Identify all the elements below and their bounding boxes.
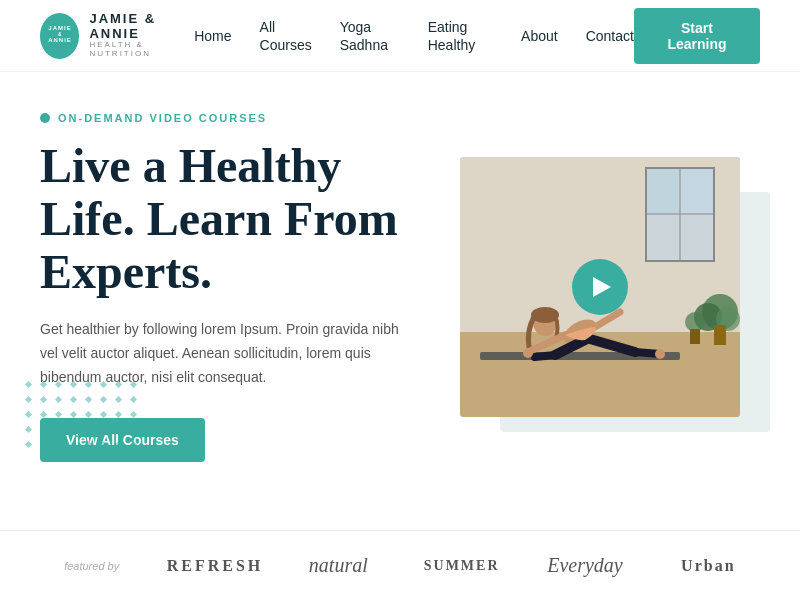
play-triangle-icon bbox=[593, 277, 611, 297]
svg-rect-20 bbox=[690, 329, 700, 344]
svg-rect-18 bbox=[714, 325, 726, 345]
svg-rect-14 bbox=[681, 169, 713, 213]
hero-section: ON-DEMAND VIDEO COURSES Live a Healthy L… bbox=[0, 72, 800, 482]
svg-point-32 bbox=[655, 349, 665, 359]
brand-item-1: REFRESH bbox=[153, 557, 276, 575]
hero-badge: ON-DEMAND VIDEO COURSES bbox=[40, 112, 420, 124]
brand-item-4: Everyday bbox=[523, 554, 646, 577]
nav-item-yoga-sadhna[interactable]: Yoga Sadhna bbox=[340, 18, 400, 54]
brand-label-4: Everyday bbox=[547, 554, 623, 577]
brand-label-5: Urban bbox=[681, 557, 735, 575]
nav-item-eating-healthy[interactable]: Eating Healthy bbox=[428, 18, 493, 54]
brand-label-1: REFRESH bbox=[167, 557, 264, 575]
badge-label: ON-DEMAND VIDEO COURSES bbox=[58, 112, 267, 124]
brand-item-3: SUMMER bbox=[400, 558, 523, 574]
brand-label-0: featured by bbox=[64, 560, 119, 572]
brand-logos-bar: featured by REFRESH natural SUMMER Every… bbox=[0, 530, 800, 600]
hero-title: Live a Healthy Life. Learn From Experts. bbox=[40, 140, 420, 298]
hero-description: Get healthier by following lorem Ipsum. … bbox=[40, 318, 400, 389]
hero-content: ON-DEMAND VIDEO COURSES Live a Healthy L… bbox=[40, 112, 420, 462]
nav-item-all-courses[interactable]: All Courses bbox=[260, 18, 312, 54]
nav-item-about[interactable]: About bbox=[521, 27, 558, 45]
logo-text: JAMIE & ANNIE HEALTH & NUTRITION bbox=[89, 12, 194, 58]
brand-item-2: natural bbox=[277, 554, 400, 577]
svg-line-29 bbox=[535, 355, 555, 357]
nav-links: Home All Courses Yoga Sadhna Eating Heal… bbox=[194, 18, 634, 54]
logo-subtitle: HEALTH & NUTRITION bbox=[89, 41, 194, 59]
hero-image bbox=[460, 157, 740, 417]
brand-item-5: Urban bbox=[647, 557, 770, 575]
play-button[interactable] bbox=[572, 259, 628, 315]
brand-item-0: featured by bbox=[30, 560, 153, 572]
logo: JAMIE & ANNIE JAMIE & ANNIE HEALTH & NUT… bbox=[40, 12, 194, 58]
navbar: JAMIE & ANNIE JAMIE & ANNIE HEALTH & NUT… bbox=[0, 0, 800, 72]
svg-point-31 bbox=[523, 348, 533, 358]
badge-dot bbox=[40, 113, 50, 123]
nav-item-home[interactable]: Home bbox=[194, 27, 231, 45]
brand-label-3: SUMMER bbox=[424, 558, 500, 574]
hero-image-container bbox=[460, 157, 760, 417]
svg-text:ANNIE: ANNIE bbox=[48, 37, 72, 43]
logo-title: JAMIE & ANNIE bbox=[89, 12, 194, 41]
logo-circle-text: JAMIE & ANNIE bbox=[45, 19, 75, 51]
start-learning-button[interactable]: Start Learning bbox=[634, 8, 760, 64]
brand-label-2: natural bbox=[309, 554, 368, 577]
dots-decoration bbox=[26, 382, 141, 452]
logo-circle: JAMIE & ANNIE bbox=[40, 13, 79, 59]
svg-rect-13 bbox=[647, 169, 679, 213]
nav-item-contact[interactable]: Contact bbox=[586, 27, 634, 45]
